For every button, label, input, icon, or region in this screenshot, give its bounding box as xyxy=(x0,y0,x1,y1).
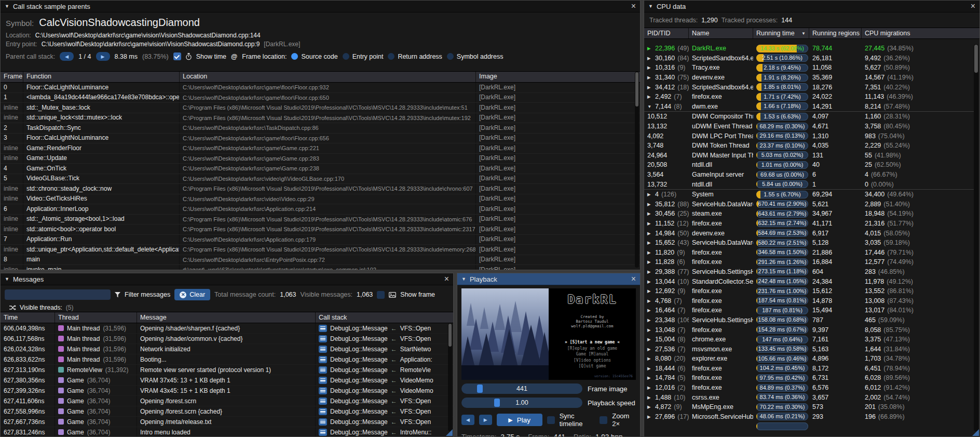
cpu-process-row[interactable]: ▶ 13,044 (10) StandardCollector.Servic 2… xyxy=(644,276,974,286)
callstack-row[interactable]: inline std::chrono::steady_clock::now C:… xyxy=(1,184,640,194)
radio-icon[interactable] xyxy=(343,53,349,60)
expand-icon[interactable]: ▶ xyxy=(647,347,652,352)
resize-grip[interactable] xyxy=(446,429,453,436)
callstack-row[interactable]: 3 Floor::CalcLightNoLuminance C:\Users\w… xyxy=(1,134,640,144)
message-row[interactable]: 606,049,398ns Main thread (31,596) Openi… xyxy=(1,323,453,334)
frame-location-radio-option[interactable]: Source code xyxy=(291,53,337,60)
expand-icon[interactable]: ▶ xyxy=(647,375,652,380)
radio-icon[interactable] xyxy=(388,53,394,60)
callstack-list-icon[interactable] xyxy=(319,356,327,363)
col-running-time[interactable]: Running time▼ xyxy=(753,28,809,38)
expand-icon[interactable]: ▶ xyxy=(647,356,652,361)
cpu-process-row[interactable]: 3,564 GameInput server 69.68 us (0.00%) … xyxy=(644,170,974,180)
callstack-list-icon[interactable] xyxy=(319,366,327,374)
cpu-process-row[interactable]: ▶ 2,492 (7) firefox.exe 1.71 s (7.42%) 2… xyxy=(644,92,974,102)
expand-icon[interactable]: ▶ xyxy=(647,414,652,419)
callstack-row[interactable]: 6 Application::InnerLoop C:\Users\wolf\D… xyxy=(1,204,640,215)
cpu-process-row[interactable]: ▶ 34,412 (18) ScriptedSandbox64.exe 1.85… xyxy=(644,82,974,92)
expand-icon[interactable]: ▼ xyxy=(647,104,652,109)
scrollbar-thumb[interactable] xyxy=(974,45,978,73)
cpu-process-row[interactable]: ▶ 13,048 (7) firefox.exe 154.28 ms (0.67… xyxy=(644,325,974,335)
expand-icon[interactable]: ▶ xyxy=(647,250,652,255)
cpu-process-row[interactable] xyxy=(644,421,974,431)
cpu-process-row[interactable]: ▶ 4,768 (7) firefox.exe 187.54 ms (0.81%… xyxy=(644,296,974,306)
collapse-icon[interactable]: ▼ xyxy=(461,276,466,282)
message-row[interactable]: 627,558,996ns Game (36,704) Opening /for… xyxy=(1,406,453,417)
cpu-process-row[interactable]: ▶ 8,080 (20) explorer.exe 105.66 ms (0.4… xyxy=(644,354,974,364)
cpu-process-row[interactable]: ▶ 22,396 (49) DarkRL.exe 14.33 s (62.06%… xyxy=(644,44,974,54)
cpu-process-row[interactable]: 20,508 ntdll.dll 1.01 ms (0.00%) 40 25 (… xyxy=(644,160,974,170)
show-time-checkbox[interactable] xyxy=(173,52,181,60)
cpu-process-row[interactable]: ▶ 11,152 (12) firefox.exe 632.15 ms (2.7… xyxy=(644,219,974,229)
callstack-row[interactable]: 4 Game::OnTick C:\Users\wolf\Desktop\dar… xyxy=(1,164,640,174)
cpu-process-row[interactable]: 24,964 DWM Master Input Thread 5.03 ms (… xyxy=(644,151,974,161)
resize-grip[interactable] xyxy=(972,429,979,436)
cpu-process-row[interactable]: ▶ 15,004 (8) chrome.exe 147 ms (0.64%) 7… xyxy=(644,335,974,345)
expand-icon[interactable]: ▶ xyxy=(647,211,652,216)
callstack-list-icon[interactable] xyxy=(319,325,327,332)
expand-icon[interactable]: ▶ xyxy=(647,298,652,303)
collapse-icon[interactable]: ▼ xyxy=(5,276,9,282)
callstack-row[interactable]: 0 Floor::CalcLightNoLuminance C:\Users\w… xyxy=(1,83,640,93)
cpu-process-row[interactable]: ▶ 30,160 (84) ScriptedSandbox64.exe 2.51… xyxy=(644,54,974,63)
col-running-regions[interactable]: Running regions xyxy=(809,28,862,38)
next-frame-button[interactable]: ▶ xyxy=(479,415,492,425)
callstack-list-icon[interactable] xyxy=(319,418,327,426)
cpu-process-row[interactable]: 4,092 DWM LPC Port Thread 29.16 ms (0.13… xyxy=(644,131,974,141)
expand-icon[interactable]: ▶ xyxy=(647,279,652,284)
visible-threads-label[interactable]: Visible threads: xyxy=(20,304,62,311)
playback-speed-slider[interactable]: 1.00 xyxy=(461,398,582,408)
radio-icon[interactable] xyxy=(291,53,298,60)
callstack-row[interactable]: inline invoke_main d:\agent\_work\63\s\s… xyxy=(1,265,640,270)
expand-icon[interactable]: ▶ xyxy=(647,65,652,70)
scrollbar-thumb[interactable] xyxy=(448,324,452,347)
cpu-process-row[interactable]: ▶ 10,316 (9) Tracy.exe 2.18 s (9.45%) 11… xyxy=(644,63,974,73)
scrollbar-thumb[interactable] xyxy=(635,72,638,107)
frame-location-radio-option[interactable]: Symbol address xyxy=(447,53,503,60)
col-pid-tid[interactable]: PID/TID xyxy=(644,28,689,38)
cpu-process-row[interactable]: 10,512 DWM Compositor Thread 1.53 s (6.6… xyxy=(644,111,974,122)
callstack-titlebar[interactable]: ▼ Call stack sample parents × xyxy=(1,1,640,12)
expand-icon[interactable]: ▶ xyxy=(647,56,652,61)
playback-titlebar[interactable]: ▼ Playback × xyxy=(457,273,640,285)
close-icon[interactable]: × xyxy=(971,2,975,10)
callstack-row[interactable]: 7 Application::Run C:\Users\wolf\Desktop… xyxy=(1,235,640,245)
clear-button[interactable]: ✕ Clear xyxy=(174,289,210,300)
cpu-scrollbar[interactable] xyxy=(974,44,978,431)
frame-location-radio-option[interactable]: Entry point xyxy=(343,53,384,60)
expand-icon[interactable]: ▶ xyxy=(647,308,652,313)
filter-input[interactable] xyxy=(5,289,111,300)
callstack-list-icon[interactable] xyxy=(319,335,327,342)
close-icon[interactable]: × xyxy=(631,275,636,283)
prev-frame-button[interactable]: ◀ xyxy=(461,415,474,425)
prev-callstack-button[interactable]: ◀ xyxy=(60,52,74,61)
callstack-list-icon[interactable] xyxy=(319,398,327,405)
callstack-row[interactable]: inline std::_Mutex_base::lock C:\Program… xyxy=(1,103,640,113)
zoom-2x-checkbox[interactable] xyxy=(600,416,607,424)
collapse-icon[interactable]: ▼ xyxy=(5,4,9,9)
expand-icon[interactable]: ▶ xyxy=(647,269,652,274)
callstack-list-icon[interactable] xyxy=(319,346,327,353)
expand-icon[interactable]: ▶ xyxy=(647,259,652,264)
cpu-titlebar[interactable]: ▼ CPU data × xyxy=(644,1,979,12)
show-frame-images-checkbox[interactable] xyxy=(377,291,385,299)
message-row[interactable]: 627,667,736ns Game (36,704) Opening /met… xyxy=(1,417,453,427)
expand-icon[interactable]: ▶ xyxy=(647,231,652,236)
col-cpu-migrations[interactable]: CPU migrations xyxy=(862,28,979,38)
callstack-scrollbar[interactable] xyxy=(635,72,639,268)
expand-icon[interactable]: ▶ xyxy=(647,395,652,400)
message-row[interactable]: 606,117,568ns Main thread (31,596) Openi… xyxy=(1,334,453,344)
callstack-row[interactable]: inline Video::GetTicksHiRes C:\Users\wol… xyxy=(1,194,640,205)
callstack-row[interactable]: inline std::_Atomic_storage<bool,1>::loa… xyxy=(1,215,640,225)
expand-icon[interactable]: ▶ xyxy=(647,75,652,80)
callstack-list-icon[interactable] xyxy=(319,429,327,436)
next-callstack-button[interactable]: ▶ xyxy=(96,52,110,61)
cpu-process-row[interactable]: ▶ 27,536 (7) msvsmon.exe 133.45 ms (0.58… xyxy=(644,344,974,354)
cpu-process-row[interactable]: ▶ 1,488 (10) csrss.exe 83.74 ms (0.36%) … xyxy=(644,392,974,402)
message-row[interactable]: 627,411,606ns Game (36,704) Opening /for… xyxy=(1,396,453,406)
message-row[interactable]: 626,833,622ns Main thread (31,596) Booti… xyxy=(1,354,453,365)
cpu-process-row[interactable]: 13,732 ntdll.dll 5.84 us (0.00%) 1 0 (0.… xyxy=(644,179,974,189)
callstack-row[interactable]: 5 VideoGLBase::Tick C:\Users\wolf\Deskto… xyxy=(1,174,640,184)
radio-icon[interactable] xyxy=(447,53,454,60)
message-row[interactable]: 627,399,326ns Game (36,704) VRAM 43x45: … xyxy=(1,386,453,396)
